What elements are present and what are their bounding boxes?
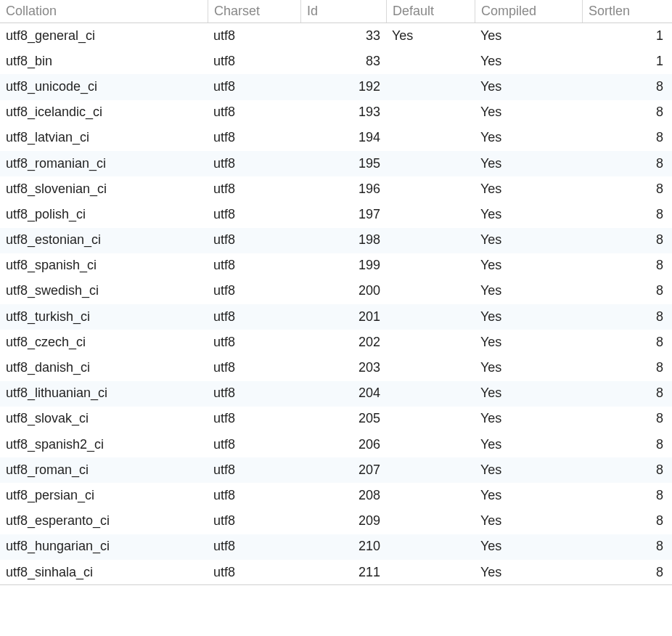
table-row[interactable]: utf8_hungarian_ciutf8210Yes8 — [0, 534, 672, 560]
table-row[interactable]: utf8_swedish_ciutf8200Yes8 — [0, 279, 672, 304]
cell-charset: utf8 — [208, 102, 300, 123]
cell-collation: utf8_slovak_ci — [0, 408, 208, 429]
cell-charset: utf8 — [208, 332, 300, 353]
cell-sortlen: 8 — [582, 76, 669, 97]
table-row[interactable]: utf8_binutf883Yes1 — [0, 49, 672, 74]
cell-default — [386, 288, 475, 294]
table-row[interactable]: utf8_czech_ciutf8202Yes8 — [0, 330, 672, 355]
cell-sortlen: 8 — [582, 383, 669, 404]
table-row[interactable]: utf8_lithuanian_ciutf8204Yes8 — [0, 381, 672, 407]
table-row[interactable]: utf8_general_ciutf833YesYes1 — [0, 23, 672, 49]
cell-sortlen: 8 — [582, 204, 669, 225]
cell-default — [386, 365, 475, 371]
header-id[interactable]: Id — [300, 0, 386, 23]
table-row[interactable]: utf8_slovenian_ciutf8196Yes8 — [0, 176, 672, 202]
cell-charset: utf8 — [208, 179, 300, 200]
cell-sortlen: 8 — [582, 102, 669, 123]
cell-charset: utf8 — [208, 408, 300, 429]
cell-id: 206 — [300, 434, 386, 455]
cell-collation: utf8_danish_ci — [0, 357, 208, 378]
cell-compiled: Yes — [475, 76, 582, 97]
table-row[interactable]: utf8_unicode_ciutf8192Yes8 — [0, 74, 672, 99]
table-row[interactable]: utf8_latvian_ciutf8194Yes8 — [0, 126, 672, 151]
cell-sortlen: 8 — [582, 153, 669, 174]
header-default[interactable]: Default — [386, 0, 475, 23]
cell-collation: utf8_bin — [0, 51, 208, 72]
table-row[interactable]: utf8_estonian_ciutf8198Yes8 — [0, 228, 672, 253]
header-sortlen[interactable]: Sortlen — [582, 0, 669, 23]
cell-id: 195 — [300, 153, 386, 174]
cell-collation: utf8_spanish_ci — [0, 255, 208, 276]
cell-sortlen: 8 — [582, 485, 669, 506]
table-row[interactable]: utf8_roman_ciutf8207Yes8 — [0, 457, 672, 483]
table-row[interactable]: utf8_polish_ciutf8197Yes8 — [0, 202, 672, 227]
cell-collation: utf8_czech_ci — [0, 332, 208, 353]
table-row[interactable]: utf8_sinhala_ciutf8211Yes8 — [0, 560, 672, 585]
table-row[interactable]: utf8_icelandic_ciutf8193Yes8 — [0, 100, 672, 126]
cell-collation: utf8_swedish_ci — [0, 280, 208, 301]
cell-compiled: Yes — [475, 255, 582, 276]
cell-compiled: Yes — [475, 179, 582, 200]
cell-collation: utf8_hungarian_ci — [0, 536, 208, 557]
cell-sortlen: 8 — [582, 280, 669, 301]
cell-collation: utf8_slovenian_ci — [0, 179, 208, 200]
cell-compiled: Yes — [475, 127, 582, 148]
table-row[interactable]: utf8_spanish_ciutf8199Yes8 — [0, 253, 672, 279]
cell-collation: utf8_sinhala_ci — [0, 562, 208, 583]
cell-default — [386, 314, 475, 319]
header-charset[interactable]: Charset — [208, 0, 300, 23]
cell-id: 204 — [300, 383, 386, 404]
cell-collation: utf8_estonian_ci — [0, 229, 208, 250]
cell-compiled: Yes — [475, 562, 582, 583]
cell-sortlen: 8 — [582, 127, 669, 148]
table-row[interactable]: utf8_persian_ciutf8208Yes8 — [0, 483, 672, 508]
cell-charset: utf8 — [208, 280, 300, 301]
table-header: Collation Charset Id Default Compiled So… — [0, 0, 672, 23]
cell-id: 200 — [300, 280, 386, 301]
cell-default — [386, 518, 475, 524]
cell-compiled: Yes — [475, 510, 582, 531]
cell-compiled: Yes — [475, 280, 582, 301]
cell-compiled: Yes — [475, 536, 582, 557]
cell-id: 203 — [300, 357, 386, 378]
cell-collation: utf8_latvian_ci — [0, 127, 208, 148]
cell-sortlen: 8 — [582, 536, 669, 557]
cell-sortlen: 8 — [582, 306, 669, 327]
table-row[interactable]: utf8_turkish_ciutf8201Yes8 — [0, 304, 672, 330]
cell-collation: utf8_esperanto_ci — [0, 510, 208, 531]
cell-id: 205 — [300, 408, 386, 429]
cell-sortlen: 8 — [582, 179, 669, 200]
table-row[interactable]: utf8_romanian_ciutf8195Yes8 — [0, 151, 672, 176]
cell-id: 193 — [300, 102, 386, 123]
cell-id: 207 — [300, 460, 386, 481]
cell-compiled: Yes — [475, 357, 582, 378]
cell-default — [386, 186, 475, 192]
cell-sortlen: 8 — [582, 434, 669, 455]
cell-id: 209 — [300, 510, 386, 531]
cell-sortlen: 8 — [582, 562, 669, 583]
cell-id: 210 — [300, 536, 386, 557]
table-row[interactable]: utf8_danish_ciutf8203Yes8 — [0, 355, 672, 380]
cell-id: 192 — [300, 76, 386, 97]
cell-default — [386, 263, 475, 269]
collation-table: Collation Charset Id Default Compiled So… — [0, 0, 672, 585]
cell-compiled: Yes — [475, 383, 582, 404]
cell-charset: utf8 — [208, 127, 300, 148]
cell-sortlen: 8 — [582, 255, 669, 276]
cell-charset: utf8 — [208, 25, 300, 46]
cell-sortlen: 1 — [582, 25, 669, 46]
cell-compiled: Yes — [475, 204, 582, 225]
cell-default — [386, 492, 475, 498]
table-row[interactable]: utf8_esperanto_ciutf8209Yes8 — [0, 509, 672, 534]
table-row[interactable]: utf8_slovak_ciutf8205Yes8 — [0, 407, 672, 432]
cell-charset: utf8 — [208, 153, 300, 174]
table-row[interactable]: utf8_spanish2_ciutf8206Yes8 — [0, 432, 672, 457]
header-collation[interactable]: Collation — [0, 0, 208, 23]
cell-default — [386, 160, 475, 166]
cell-compiled: Yes — [475, 434, 582, 455]
header-compiled[interactable]: Compiled — [475, 0, 582, 23]
cell-collation: utf8_roman_ci — [0, 460, 208, 481]
cell-id: 202 — [300, 332, 386, 353]
cell-charset: utf8 — [208, 357, 300, 378]
cell-id: 33 — [300, 25, 386, 46]
